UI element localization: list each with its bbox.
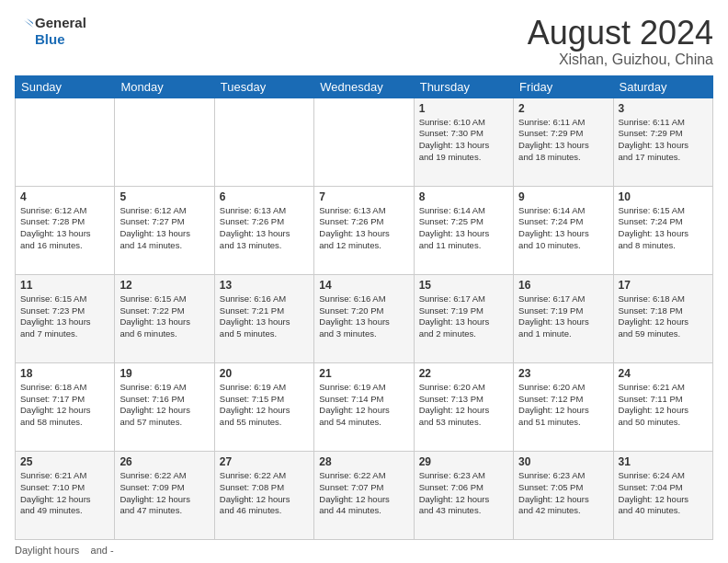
calendar-cell-w0-d0 xyxy=(16,98,115,186)
day-number: 19 xyxy=(119,367,209,380)
header-tuesday: Tuesday xyxy=(214,75,313,98)
week-row-1: 4Sunrise: 6:12 AMSunset: 7:28 PMDaylight… xyxy=(16,186,713,274)
day-info: Sunrise: 6:13 AMSunset: 7:26 PMDaylight:… xyxy=(319,205,408,252)
day-info: Sunrise: 6:12 AMSunset: 7:27 PMDaylight:… xyxy=(119,205,209,252)
day-number: 18 xyxy=(20,367,109,380)
day-info: Sunrise: 6:22 AMSunset: 7:09 PMDaylight:… xyxy=(119,470,209,517)
page-subtitle: Xishan, Guizhou, China xyxy=(528,52,713,68)
calendar-cell-w3-d3: 21Sunrise: 6:19 AMSunset: 7:14 PMDayligh… xyxy=(314,362,414,451)
day-number: 1 xyxy=(419,102,508,115)
day-info: Sunrise: 6:20 AMSunset: 7:13 PMDaylight:… xyxy=(419,382,508,429)
calendar-cell-w3-d4: 22Sunrise: 6:20 AMSunset: 7:13 PMDayligh… xyxy=(414,362,513,451)
logo-blue: Blue xyxy=(35,31,86,48)
calendar-cell-w0-d4: 1Sunrise: 6:10 AMSunset: 7:30 PMDaylight… xyxy=(414,98,513,186)
header-saturday: Saturday xyxy=(613,75,712,98)
calendar-cell-w2-d3: 14Sunrise: 6:16 AMSunset: 7:20 PMDayligh… xyxy=(314,274,414,362)
day-number: 6 xyxy=(220,190,309,203)
day-info: Sunrise: 6:19 AMSunset: 7:14 PMDaylight:… xyxy=(319,382,408,429)
calendar-cell-w0-d3 xyxy=(314,98,414,186)
day-number: 28 xyxy=(319,455,408,468)
day-info: Sunrise: 6:16 AMSunset: 7:20 PMDaylight:… xyxy=(319,293,408,340)
day-number: 7 xyxy=(319,190,408,203)
calendar-cell-w3-d0: 18Sunrise: 6:18 AMSunset: 7:17 PMDayligh… xyxy=(16,362,115,451)
calendar-cell-w4-d6: 31Sunrise: 6:24 AMSunset: 7:04 PMDayligh… xyxy=(613,451,712,539)
day-number: 22 xyxy=(419,367,508,380)
day-info: Sunrise: 6:17 AMSunset: 7:19 PMDaylight:… xyxy=(419,293,508,340)
calendar-cell-w2-d0: 11Sunrise: 6:15 AMSunset: 7:23 PMDayligh… xyxy=(16,274,115,362)
calendar-cell-w4-d1: 26Sunrise: 6:22 AMSunset: 7:09 PMDayligh… xyxy=(115,451,214,539)
day-number: 29 xyxy=(419,455,508,468)
calendar-cell-w1-d0: 4Sunrise: 6:12 AMSunset: 7:28 PMDaylight… xyxy=(16,186,115,274)
day-number: 10 xyxy=(619,190,708,203)
logo: General Blue xyxy=(15,15,86,48)
calendar-header-row: Sunday Monday Tuesday Wednesday Thursday… xyxy=(16,75,713,98)
calendar-cell-w4-d0: 25Sunrise: 6:21 AMSunset: 7:10 PMDayligh… xyxy=(16,451,115,539)
and-dash: and - xyxy=(91,545,114,556)
day-number: 13 xyxy=(220,279,309,292)
day-info: Sunrise: 6:11 AMSunset: 7:29 PMDaylight:… xyxy=(518,117,608,164)
day-number: 26 xyxy=(119,455,209,468)
day-info: Sunrise: 6:16 AMSunset: 7:21 PMDaylight:… xyxy=(220,293,309,340)
header-thursday: Thursday xyxy=(414,75,513,98)
day-number: 2 xyxy=(518,102,608,115)
week-row-2: 11Sunrise: 6:15 AMSunset: 7:23 PMDayligh… xyxy=(16,274,713,362)
day-info: Sunrise: 6:20 AMSunset: 7:12 PMDaylight:… xyxy=(518,382,608,429)
day-info: Sunrise: 6:12 AMSunset: 7:28 PMDaylight:… xyxy=(20,205,109,252)
calendar-cell-w3-d5: 23Sunrise: 6:20 AMSunset: 7:12 PMDayligh… xyxy=(514,362,613,451)
footer: Daylight hours and - xyxy=(15,545,713,556)
logo-wordmark: General Blue xyxy=(15,15,86,48)
svg-marker-0 xyxy=(24,20,33,28)
calendar-cell-w2-d5: 16Sunrise: 6:17 AMSunset: 7:19 PMDayligh… xyxy=(514,274,613,362)
day-number: 27 xyxy=(220,455,309,468)
day-info: Sunrise: 6:11 AMSunset: 7:29 PMDaylight:… xyxy=(619,117,708,164)
calendar-cell-w3-d1: 19Sunrise: 6:19 AMSunset: 7:16 PMDayligh… xyxy=(115,362,214,451)
calendar-cell-w4-d4: 29Sunrise: 6:23 AMSunset: 7:06 PMDayligh… xyxy=(414,451,513,539)
calendar-cell-w2-d2: 13Sunrise: 6:16 AMSunset: 7:21 PMDayligh… xyxy=(214,274,313,362)
day-number: 25 xyxy=(20,455,109,468)
day-info: Sunrise: 6:18 AMSunset: 7:18 PMDaylight:… xyxy=(619,293,708,340)
daylight-label: Daylight hours xyxy=(15,545,79,556)
day-info: Sunrise: 6:23 AMSunset: 7:05 PMDaylight:… xyxy=(518,470,608,517)
calendar-cell-w1-d6: 10Sunrise: 6:15 AMSunset: 7:24 PMDayligh… xyxy=(613,186,712,274)
calendar-cell-w1-d5: 9Sunrise: 6:14 AMSunset: 7:24 PMDaylight… xyxy=(514,186,613,274)
calendar-cell-w1-d3: 7Sunrise: 6:13 AMSunset: 7:26 PMDaylight… xyxy=(314,186,414,274)
header: General Blue August 2024 Xishan, Guizhou… xyxy=(15,15,713,68)
header-monday: Monday xyxy=(115,75,214,98)
week-row-3: 18Sunrise: 6:18 AMSunset: 7:17 PMDayligh… xyxy=(16,362,713,451)
day-info: Sunrise: 6:23 AMSunset: 7:06 PMDaylight:… xyxy=(419,470,508,517)
calendar-table: Sunday Monday Tuesday Wednesday Thursday… xyxy=(15,75,713,540)
week-row-0: 1Sunrise: 6:10 AMSunset: 7:30 PMDaylight… xyxy=(16,98,713,186)
calendar-cell-w1-d4: 8Sunrise: 6:14 AMSunset: 7:25 PMDaylight… xyxy=(414,186,513,274)
calendar-cell-w2-d6: 17Sunrise: 6:18 AMSunset: 7:18 PMDayligh… xyxy=(613,274,712,362)
calendar-cell-w2-d1: 12Sunrise: 6:15 AMSunset: 7:22 PMDayligh… xyxy=(115,274,214,362)
header-friday: Friday xyxy=(514,75,613,98)
day-number: 16 xyxy=(518,279,608,292)
day-number: 3 xyxy=(619,102,708,115)
calendar-cell-w3-d2: 20Sunrise: 6:19 AMSunset: 7:15 PMDayligh… xyxy=(214,362,313,451)
day-number: 8 xyxy=(419,190,508,203)
day-number: 11 xyxy=(20,279,109,292)
logo-general: General xyxy=(35,15,86,31)
day-info: Sunrise: 6:15 AMSunset: 7:22 PMDaylight:… xyxy=(119,293,209,340)
calendar-cell-w1-d2: 6Sunrise: 6:13 AMSunset: 7:26 PMDaylight… xyxy=(214,186,313,274)
day-info: Sunrise: 6:17 AMSunset: 7:19 PMDaylight:… xyxy=(518,293,608,340)
day-info: Sunrise: 6:14 AMSunset: 7:24 PMDaylight:… xyxy=(518,205,608,252)
title-block: August 2024 Xishan, Guizhou, China xyxy=(528,15,713,68)
day-info: Sunrise: 6:21 AMSunset: 7:11 PMDaylight:… xyxy=(619,382,708,429)
day-info: Sunrise: 6:10 AMSunset: 7:30 PMDaylight:… xyxy=(419,117,508,164)
day-info: Sunrise: 6:14 AMSunset: 7:25 PMDaylight:… xyxy=(419,205,508,252)
day-info: Sunrise: 6:24 AMSunset: 7:04 PMDaylight:… xyxy=(619,470,708,517)
day-number: 17 xyxy=(619,279,708,292)
day-info: Sunrise: 6:19 AMSunset: 7:15 PMDaylight:… xyxy=(220,382,309,429)
day-number: 9 xyxy=(518,190,608,203)
calendar-cell-w3-d6: 24Sunrise: 6:21 AMSunset: 7:11 PMDayligh… xyxy=(613,362,712,451)
page: General Blue August 2024 Xishan, Guizhou… xyxy=(0,0,728,563)
day-number: 12 xyxy=(119,279,209,292)
day-number: 24 xyxy=(619,367,708,380)
day-info: Sunrise: 6:22 AMSunset: 7:08 PMDaylight:… xyxy=(220,470,309,517)
calendar-cell-w4-d2: 27Sunrise: 6:22 AMSunset: 7:08 PMDayligh… xyxy=(214,451,313,539)
page-title: August 2024 xyxy=(528,15,713,52)
calendar-cell-w0-d1 xyxy=(115,98,214,186)
calendar-cell-w0-d5: 2Sunrise: 6:11 AMSunset: 7:29 PMDaylight… xyxy=(514,98,613,186)
calendar-cell-w0-d6: 3Sunrise: 6:11 AMSunset: 7:29 PMDaylight… xyxy=(613,98,712,186)
